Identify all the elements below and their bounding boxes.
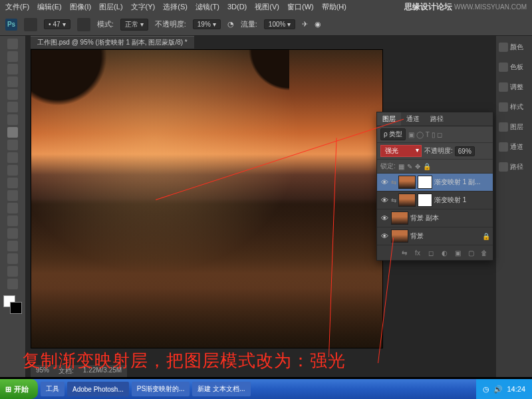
watermark: 思缘设计论坛 WWW.MISSYUAN.COM <box>404 1 527 13</box>
layer-thumbnail[interactable] <box>391 229 408 243</box>
tab-paths[interactable]: 路径 <box>425 112 449 126</box>
menu-file[interactable]: 文件(F) <box>5 2 29 12</box>
healing-tool[interactable] <box>7 114 18 125</box>
layer-row[interactable]: 👁 ⇆ 渐变映射 1 副... <box>377 174 493 192</box>
system-tray[interactable]: ◷ 🔊 14:24 <box>476 379 532 399</box>
layer-thumbnail[interactable] <box>398 176 416 189</box>
options-bar: Ps • 47 ▾ 模式: 正常 ▾ 不透明度: 19% ▾ ◔ 流量: 100… <box>0 13 532 36</box>
move-tool[interactable] <box>7 39 18 49</box>
stamp-tool[interactable] <box>7 140 18 150</box>
dock-layers[interactable]: 图层 <box>499 120 529 134</box>
right-dock: 颜色 色板 调整 样式 图层 通道 路径 <box>496 36 532 377</box>
gradient-tool[interactable] <box>7 178 18 188</box>
layer-kind-filter[interactable]: ρ 类型 <box>380 128 406 140</box>
taskbar-item[interactable]: PS渐变映射的... <box>132 382 190 396</box>
pressure-opacity-icon[interactable]: ◔ <box>227 20 234 29</box>
blend-mode-select[interactable]: 正常 ▾ <box>120 19 148 31</box>
menu-window[interactable]: 窗口(W) <box>287 2 314 12</box>
menu-view[interactable]: 视图(V) <box>255 2 279 12</box>
tray-icon[interactable]: 🔊 <box>493 385 503 394</box>
brush-tool[interactable] <box>7 127 18 138</box>
menu-edit[interactable]: 编辑(E) <box>37 2 62 12</box>
link-layers-button[interactable]: ⇆ <box>400 248 409 257</box>
lock-pixels-icon[interactable]: ✎ <box>407 163 412 170</box>
dock-channels[interactable]: 通道 <box>499 140 529 154</box>
layer-name[interactable]: 背景 <box>410 231 480 241</box>
menu-type[interactable]: 文字(Y) <box>131 2 156 12</box>
dock-adjust[interactable]: 调整 <box>499 80 529 94</box>
background-color[interactable] <box>10 302 22 314</box>
menu-3d[interactable]: 3D(D) <box>227 3 247 11</box>
opacity-field[interactable]: 19% ▾ <box>193 19 221 29</box>
layer-mask-thumbnail[interactable] <box>418 194 432 207</box>
layer-thumbnail[interactable] <box>391 211 408 225</box>
tool-preset-icon[interactable] <box>24 18 37 31</box>
start-button[interactable]: ⊞开始 <box>0 379 38 399</box>
flow-field[interactable]: 100% ▾ <box>264 19 296 29</box>
lasso-tool[interactable] <box>7 64 18 74</box>
taskbar-item[interactable]: Adobe Photosh... <box>67 382 129 396</box>
lock-all-icon[interactable]: 🔒 <box>423 163 431 170</box>
link-icon[interactable]: ⇆ <box>391 197 396 204</box>
layer-thumbnail[interactable] <box>398 194 416 207</box>
lock-transparency-icon[interactable]: ▦ <box>398 163 404 170</box>
pen-tool[interactable] <box>7 215 18 226</box>
zoom-tool[interactable] <box>7 279 18 289</box>
menu-image[interactable]: 图像(I) <box>70 2 91 12</box>
visibility-toggle[interactable]: 👁 <box>380 196 389 205</box>
layer-name[interactable]: 渐变映射 1 副... <box>434 178 490 187</box>
visibility-toggle[interactable]: 👁 <box>380 231 389 241</box>
tray-icon[interactable]: ◷ <box>483 385 489 394</box>
color-swatch[interactable] <box>3 295 22 314</box>
document-tab[interactable]: 工作图.psd @ 95% (渐变映射 1 副本, 图层蒙版/8) * <box>31 36 194 49</box>
blur-tool[interactable] <box>7 190 18 201</box>
layer-row[interactable]: 👁 背景 🔒 <box>377 227 493 245</box>
group-button[interactable]: ▣ <box>453 248 462 257</box>
lock-position-icon[interactable]: ✥ <box>415 163 420 170</box>
pressure-size-icon[interactable]: ◉ <box>315 20 321 29</box>
airbrush-icon[interactable]: ✈ <box>302 20 308 29</box>
mask-button[interactable]: ◻ <box>426 248 436 257</box>
layer-mask-thumbnail[interactable] <box>418 176 432 189</box>
taskbar-item[interactable]: 新建 文本文档... <box>192 382 250 396</box>
dock-styles[interactable]: 样式 <box>499 100 529 114</box>
crop-tool[interactable] <box>7 89 18 100</box>
visibility-toggle[interactable]: 👁 <box>380 213 389 223</box>
dock-paths[interactable]: 路径 <box>499 160 529 174</box>
menu-layer[interactable]: 图层(L) <box>99 2 122 12</box>
brush-panel-toggle-icon[interactable] <box>77 18 90 31</box>
tab-channels[interactable]: 通道 <box>401 112 425 126</box>
dock-swatches[interactable]: 色板 <box>499 60 529 74</box>
dock-color[interactable]: 颜色 <box>499 40 529 55</box>
marquee-tool[interactable] <box>7 51 18 62</box>
dodge-tool[interactable] <box>7 203 18 213</box>
eraser-tool[interactable] <box>7 165 18 176</box>
type-tool[interactable] <box>7 228 18 239</box>
history-brush-tool[interactable] <box>7 152 18 163</box>
menu-help[interactable]: 帮助(H) <box>322 2 346 12</box>
layer-row[interactable]: 👁 背景 副本 <box>377 209 493 227</box>
fx-button[interactable]: fx <box>413 248 422 257</box>
wand-tool[interactable] <box>7 76 18 87</box>
layer-row[interactable]: 👁 ⇆ 渐变映射 1 <box>377 192 493 209</box>
layer-opacity-field[interactable]: 69% <box>455 146 475 156</box>
eyedropper-tool[interactable] <box>7 102 18 112</box>
delete-layer-button[interactable]: 🗑 <box>479 248 489 257</box>
menu-filter[interactable]: 滤镜(T) <box>196 2 219 12</box>
new-layer-button[interactable]: ▢ <box>466 248 475 257</box>
visibility-toggle[interactable]: 👁 <box>380 178 389 187</box>
menu-select[interactable]: 选择(S) <box>163 2 188 12</box>
taskbar-item[interactable]: 工具 <box>41 382 65 396</box>
layer-name[interactable]: 渐变映射 1 <box>434 196 490 205</box>
adjustment-button[interactable]: ◐ <box>440 248 449 257</box>
link-icon[interactable]: ⇆ <box>391 179 396 186</box>
clock[interactable]: 14:24 <box>507 385 525 393</box>
blend-mode-select[interactable]: 强光 ▾ <box>380 145 422 157</box>
brush-size-field[interactable]: • 47 ▾ <box>44 19 70 29</box>
layer-name[interactable]: 背景 副本 <box>410 213 490 223</box>
shape-tool[interactable] <box>7 253 18 264</box>
hand-tool[interactable] <box>7 266 18 277</box>
opacity-label: 不透明度: <box>155 19 186 29</box>
layers-panel-footer: ⇆ fx ◻ ◐ ▣ ▢ 🗑 <box>377 245 493 260</box>
path-tool[interactable] <box>7 241 18 251</box>
